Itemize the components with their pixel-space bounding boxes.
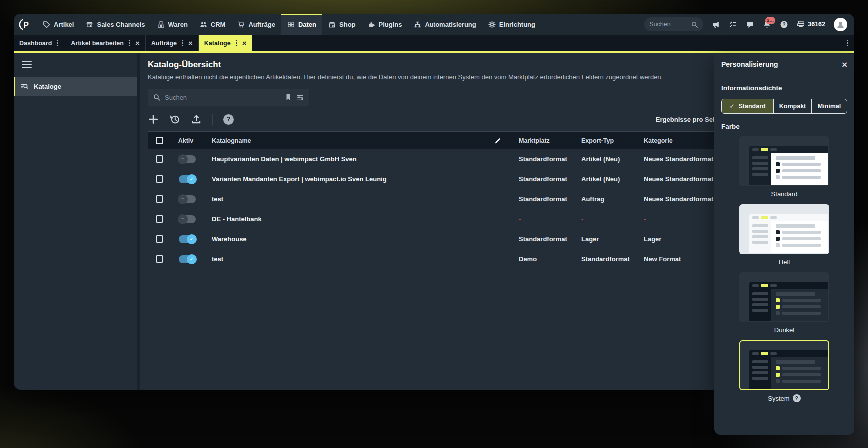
select-all-checkbox[interactable] xyxy=(156,137,163,144)
column-header-aktiv[interactable]: Aktiv xyxy=(178,137,197,144)
app-logo[interactable]: P xyxy=(14,14,37,35)
tab-menu-icon[interactable] xyxy=(235,38,238,48)
row-checkbox[interactable] xyxy=(156,215,163,223)
active-toggle[interactable]: − xyxy=(179,155,196,163)
checklist-icon xyxy=(729,20,737,29)
theme-help-icon[interactable]: ? xyxy=(793,394,801,402)
drawer-divider xyxy=(714,75,854,75)
global-search[interactable] xyxy=(644,17,703,31)
catalog-name[interactable]: test xyxy=(204,195,519,203)
active-toggle[interactable]: ✓ xyxy=(179,255,196,263)
tab-dashboard[interactable]: Dashboard xyxy=(14,35,65,51)
svg-text:?: ? xyxy=(783,21,786,27)
close-icon[interactable]: × xyxy=(242,39,247,47)
theme-option-hell[interactable]: Hell xyxy=(739,204,829,266)
nav-item-automatisierung[interactable]: Automatisierung xyxy=(408,14,482,35)
tasks-button[interactable] xyxy=(729,20,737,29)
tab-artikel-bearbeiten[interactable]: Artikel bearbeiten × xyxy=(65,35,145,51)
theme-option-standard[interactable]: Standard xyxy=(739,136,829,198)
nav-label: Plugins xyxy=(379,21,402,28)
terminal-icon xyxy=(797,20,805,28)
archive-icon xyxy=(287,21,295,28)
global-search-input[interactable] xyxy=(649,21,688,28)
row-checkbox[interactable] xyxy=(156,255,163,263)
user-avatar[interactable] xyxy=(834,18,847,31)
tab-auftraege[interactable]: Aufträge × xyxy=(146,35,199,51)
cell-kategorie: Neues Standardformat xyxy=(644,195,720,203)
tab-label: Aufträge xyxy=(151,40,177,47)
density-option-kompakt[interactable]: Kompakt xyxy=(774,99,812,113)
nav-label: Waren xyxy=(168,21,188,28)
cell-export-typ: Artikel (Neu) xyxy=(581,175,644,183)
tab-menu-icon[interactable] xyxy=(56,38,59,48)
system-id-value: 36162 xyxy=(808,21,825,28)
density-option-minimal[interactable]: Minimal xyxy=(812,99,847,113)
add-catalog-button[interactable] xyxy=(148,114,159,125)
catalog-name[interactable]: DE - Hantelbank xyxy=(204,215,519,223)
nav-label: Aufträge xyxy=(248,21,275,28)
puzzle-icon xyxy=(368,21,375,28)
nav-label: Shop xyxy=(339,21,356,28)
nav-item-plugins[interactable]: Plugins xyxy=(362,14,408,35)
density-segmented-control: ✓ Standard Kompakt Minimal xyxy=(721,99,847,114)
tab-kataloge[interactable]: Kataloge × xyxy=(199,35,252,51)
nav-item-sales-channels[interactable]: Sales Channels xyxy=(80,14,151,35)
catalog-name[interactable]: Hauptvarianten Daten | webimpact GmbH Sv… xyxy=(204,155,519,163)
row-checkbox[interactable] xyxy=(156,235,163,243)
row-checkbox[interactable] xyxy=(156,175,163,183)
theme-option-system[interactable]: System ? xyxy=(739,340,829,402)
notifications-button[interactable]: 2… xyxy=(763,20,771,29)
close-icon[interactable]: × xyxy=(188,39,193,47)
active-toggle[interactable]: − xyxy=(179,215,196,223)
nav-label: Daten xyxy=(298,21,316,28)
table-search-input[interactable] xyxy=(165,94,280,101)
row-checkbox[interactable] xyxy=(156,155,163,163)
close-icon[interactable]: × xyxy=(135,39,140,47)
nav-item-waren[interactable]: Waren xyxy=(151,14,194,35)
column-header-export-typ[interactable]: Export-Typ xyxy=(581,137,644,144)
active-toggle[interactable]: ✓ xyxy=(179,235,196,243)
theme-list: Standard Hell xyxy=(721,136,847,409)
close-icon[interactable]: × xyxy=(842,60,847,69)
theme-label: System xyxy=(768,395,789,402)
packages-icon xyxy=(157,21,165,28)
cell-marktplatz: Standardformat xyxy=(519,195,581,203)
export-button[interactable] xyxy=(191,114,202,125)
column-header-katalogname[interactable]: Katalogname xyxy=(204,137,519,145)
nav-item-einrichtung[interactable]: Einrichtung xyxy=(482,14,541,35)
table-search[interactable] xyxy=(148,89,309,106)
nav-item-daten[interactable]: Daten xyxy=(281,14,322,35)
messages-button[interactable] xyxy=(746,20,754,29)
announcements-button[interactable] xyxy=(712,20,720,29)
sidebar-toggle-button[interactable] xyxy=(14,53,137,77)
toolbar-divider xyxy=(212,114,213,125)
toolbar-help-button[interactable]: ? xyxy=(223,114,234,125)
tabbar-overflow-menu[interactable] xyxy=(846,38,849,48)
nav-item-auftraege[interactable]: Aufträge xyxy=(231,14,281,35)
catalog-name[interactable]: Warehouse xyxy=(204,235,519,243)
nav-item-crm[interactable]: CRM xyxy=(194,14,232,35)
nav-item-shop[interactable]: Shop xyxy=(322,14,362,35)
filter-tune-icon[interactable] xyxy=(296,93,304,101)
density-option-standard[interactable]: ✓ Standard xyxy=(722,99,774,113)
sidebar-item-kataloge[interactable]: Kataloge xyxy=(14,77,137,96)
tab-menu-icon[interactable] xyxy=(181,38,184,48)
tab-menu-icon[interactable] xyxy=(128,38,131,48)
active-toggle[interactable]: ✓ xyxy=(179,175,196,183)
history-button[interactable] xyxy=(169,114,180,125)
theme-option-dunkel[interactable]: Dunkel xyxy=(739,272,829,334)
active-toggle[interactable]: − xyxy=(179,195,196,203)
catalog-name[interactable]: Varianten Mandanten Export | webimpact.i… xyxy=(204,175,519,183)
nav-item-artikel[interactable]: Artikel xyxy=(37,14,80,35)
catalog-name[interactable]: test xyxy=(204,255,519,263)
results-per-page-label: Ergebnisse pro Seite xyxy=(656,116,720,123)
bookmark-icon[interactable] xyxy=(284,93,292,101)
column-header-kategorie[interactable]: Kategorie xyxy=(644,137,720,144)
personalization-drawer: Personalisierung × Informationsdichte ✓ … xyxy=(714,54,854,435)
help-button[interactable]: ? xyxy=(780,20,788,29)
system-id[interactable]: 36162 xyxy=(797,20,825,28)
column-header-marktplatz[interactable]: Marktplatz xyxy=(519,137,581,144)
pencil-icon[interactable] xyxy=(494,137,502,145)
row-checkbox[interactable] xyxy=(156,195,163,203)
nav-label: Einrichtung xyxy=(499,21,535,28)
